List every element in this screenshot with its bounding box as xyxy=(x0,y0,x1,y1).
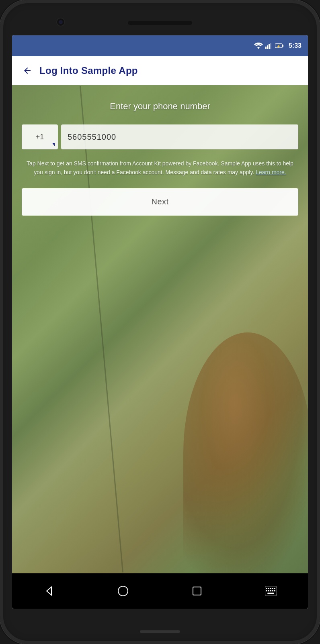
home-nav-button[interactable] xyxy=(111,579,135,603)
next-button[interactable]: Next xyxy=(22,188,298,216)
phone-number-value: 5605551000 xyxy=(68,132,116,142)
keyboard-nav-button[interactable] xyxy=(259,579,283,603)
info-text-content: Tap Next to get an SMS confirmation from… xyxy=(27,160,293,175)
country-code-value: +1 xyxy=(36,133,44,141)
signal-icon xyxy=(265,43,273,49)
bottom-bar xyxy=(140,630,180,633)
screen: ⚡ 5:33 Log Into Sample App Enter your ph… xyxy=(12,35,308,609)
svg-rect-14 xyxy=(272,588,273,589)
svg-rect-12 xyxy=(268,588,269,589)
svg-rect-16 xyxy=(266,590,267,591)
info-text: Tap Next to get an SMS confirmation from… xyxy=(22,159,298,177)
learn-more-link[interactable]: Learn more. xyxy=(256,169,286,175)
dog-shape xyxy=(183,332,308,573)
svg-rect-1 xyxy=(267,45,268,49)
svg-rect-9 xyxy=(193,587,201,595)
phone-frame: ⚡ 5:33 Log Into Sample App Enter your ph… xyxy=(0,0,320,644)
svg-rect-3 xyxy=(270,43,271,49)
svg-rect-21 xyxy=(267,593,274,594)
speaker xyxy=(128,21,192,25)
svg-rect-0 xyxy=(265,47,267,49)
svg-text:⚡: ⚡ xyxy=(277,44,281,48)
svg-point-8 xyxy=(118,586,128,596)
status-bar: ⚡ 5:33 xyxy=(12,35,308,56)
form-title: Enter your phone number xyxy=(22,101,298,112)
svg-rect-19 xyxy=(272,590,273,591)
svg-rect-17 xyxy=(268,590,269,591)
wifi-icon xyxy=(254,43,263,49)
recents-nav-button[interactable] xyxy=(185,579,209,603)
phone-number-input[interactable]: 5605551000 xyxy=(61,124,298,149)
svg-rect-5 xyxy=(282,45,283,47)
svg-marker-7 xyxy=(47,587,51,595)
back-nav-button[interactable] xyxy=(37,579,61,603)
battery-icon: ⚡ xyxy=(275,43,284,49)
phone-input-row: +1 5605551000 xyxy=(22,124,298,149)
svg-rect-18 xyxy=(270,590,271,591)
svg-rect-20 xyxy=(274,590,275,591)
svg-rect-13 xyxy=(270,588,271,589)
back-button[interactable] xyxy=(20,63,35,78)
svg-rect-11 xyxy=(266,588,267,589)
app-title: Log Into Sample App xyxy=(39,65,138,76)
nav-bar xyxy=(12,573,308,609)
form-container: Enter your phone number +1 5605551000 Ta… xyxy=(12,85,308,225)
country-code-selector[interactable]: +1 xyxy=(22,124,58,149)
svg-rect-2 xyxy=(269,44,270,49)
svg-rect-15 xyxy=(274,588,275,589)
status-icons: ⚡ 5:33 xyxy=(254,42,302,49)
camera xyxy=(56,18,65,26)
status-time: 5:33 xyxy=(289,42,302,49)
app-bar: Log Into Sample App xyxy=(12,56,308,85)
content-area: Enter your phone number +1 5605551000 Ta… xyxy=(12,85,308,573)
